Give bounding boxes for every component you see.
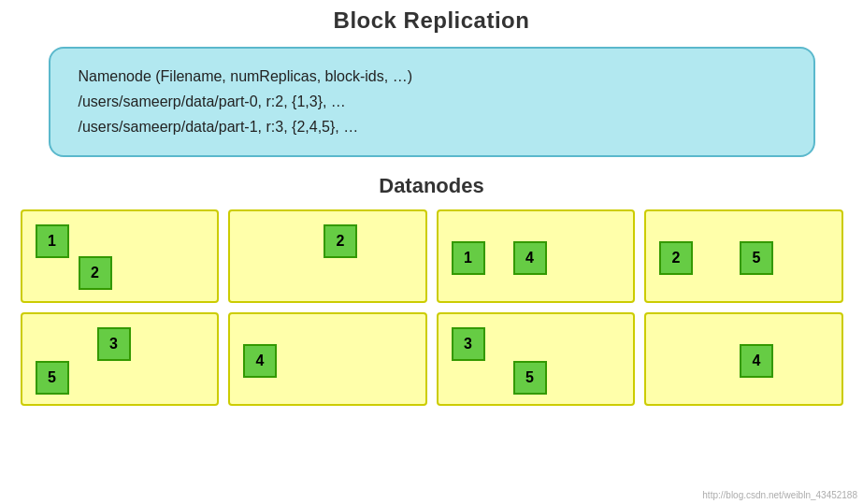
namenode-line-2: /users/sameerp/data/part-1, r:3, {2,4,5}… — [79, 114, 785, 139]
block-2-1: 4 — [513, 241, 547, 275]
watermark: http://blog.csdn.net/weibln_43452188 — [702, 490, 857, 500]
namenode-line-1: /users/sameerp/data/part-0, r:2, {1,3}, … — [79, 89, 785, 114]
block-6-0: 3 — [452, 327, 485, 361]
page-title: Block Replication — [334, 7, 530, 34]
namenode-text: Namenode (Filename, numReplicas, block-i… — [79, 64, 785, 140]
block-4-1: 3 — [97, 327, 131, 361]
block-2-0: 1 — [452, 241, 485, 275]
namenode-box: Namenode (Filename, numReplicas, block-i… — [49, 47, 815, 157]
block-7-0: 4 — [740, 344, 773, 378]
block-0-1: 2 — [79, 256, 112, 290]
block-5-0: 4 — [243, 344, 277, 378]
block-6-1: 5 — [513, 361, 547, 395]
namenode-line-0: Namenode (Filename, numReplicas, block-i… — [79, 64, 785, 89]
datanode-cell-0: 12 — [21, 209, 220, 303]
block-1-0: 2 — [324, 224, 357, 258]
datanode-cell-3: 25 — [644, 209, 843, 303]
page-container: Block Replication Namenode (Filename, nu… — [0, 0, 863, 504]
datanodes-label: Datanodes — [379, 174, 483, 198]
datanode-grid: 1221425534354 — [21, 209, 843, 406]
block-3-1: 5 — [740, 241, 773, 275]
datanode-cell-4: 53 — [21, 312, 220, 406]
datanode-cell-1: 2 — [228, 209, 427, 303]
datanode-cell-5: 4 — [228, 312, 427, 406]
datanode-cell-6: 35 — [437, 312, 636, 406]
block-0-0: 1 — [36, 224, 69, 258]
block-3-0: 2 — [659, 241, 693, 275]
datanode-cell-7: 4 — [644, 312, 843, 406]
block-4-0: 5 — [36, 361, 69, 395]
datanode-cell-2: 14 — [437, 209, 636, 303]
